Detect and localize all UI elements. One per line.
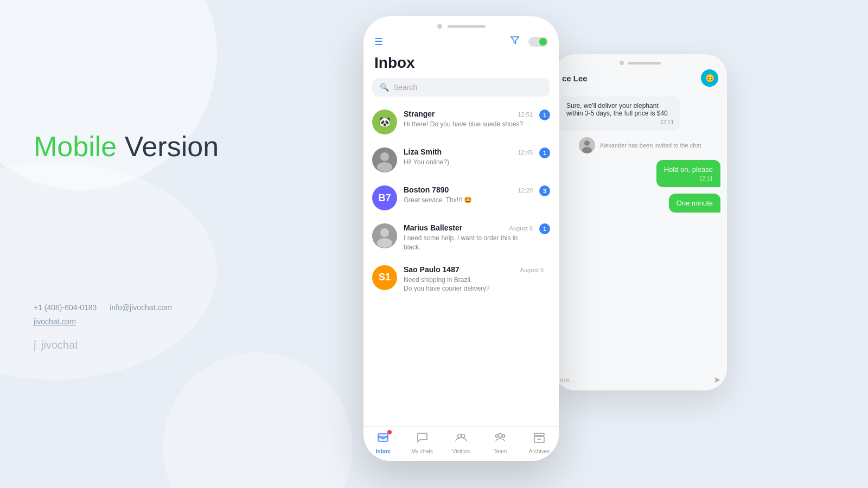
- nav-team-label: Team: [494, 448, 507, 454]
- phones-container: ce Lee 😊 Sure, we'll deliver your elepha…: [347, 16, 727, 472]
- svg-point-3: [584, 140, 590, 146]
- chat-content-boston: Boston 7890 12:20 Great service. Thx!!! …: [404, 185, 533, 205]
- svg-text:ĵ: ĵ: [34, 339, 37, 351]
- menu-icon[interactable]: ☰: [374, 36, 383, 48]
- phone-toolbar: ☰: [363, 33, 559, 52]
- svg-rect-18: [534, 433, 544, 435]
- chat-content-stranger: Stranger 12:51 Hi there! Do you have blu…: [404, 110, 533, 129]
- chat-time-marius: August 6: [509, 225, 533, 232]
- svg-point-17: [502, 435, 505, 438]
- chat-header-stranger: Stranger 12:51: [404, 110, 533, 118]
- inbox-icon: [376, 431, 390, 447]
- left-content: Mobile Version +1 (408)-604-0183 info@ji…: [34, 131, 219, 356]
- chat-input-placeholder[interactable]: ere...: [560, 376, 709, 384]
- nav-mychats-label: My chats: [411, 448, 433, 454]
- chat-messages: Sure, we'll deliver your elephant within…: [553, 91, 727, 369]
- chat-name-boston: Boston 7890: [404, 185, 449, 194]
- visitors-icon: [455, 431, 468, 447]
- nav-mychats[interactable]: My chats: [403, 431, 442, 454]
- message-text-2: Hold on, please: [664, 165, 713, 174]
- svg-point-16: [496, 435, 499, 438]
- search-bar[interactable]: 🔍 Search: [372, 78, 550, 97]
- back-notch: [553, 54, 727, 65]
- logo: ĵ jivochat: [34, 337, 219, 357]
- svg-point-15: [499, 434, 502, 438]
- nav-visitors-label: Visitors: [452, 448, 470, 454]
- avatar-boston: B7: [372, 185, 397, 210]
- avatar-stranger: 🐼: [372, 110, 397, 134]
- notch-camera: [437, 24, 442, 29]
- svg-point-7: [377, 162, 392, 172]
- message-time-2: 12:11: [664, 176, 713, 182]
- notch-bar: [628, 62, 661, 65]
- search-icon: 🔍: [380, 83, 389, 92]
- inbox-badge-dot: [387, 430, 392, 434]
- archives-icon: [533, 431, 546, 447]
- chat-msg-stranger: Hi there! Do you have blue suede shoes?: [404, 120, 533, 129]
- back-phone: ce Lee 😊 Sure, we'll deliver your elepha…: [553, 54, 727, 390]
- search-placeholder: Search: [393, 83, 417, 92]
- svg-point-4: [582, 147, 592, 153]
- chat-content-sao: Sao Paulo 1487 August 6 Need shipping in…: [404, 265, 544, 294]
- filter-icon[interactable]: [510, 35, 520, 48]
- online-toggle[interactable]: [528, 37, 548, 47]
- nav-visitors[interactable]: Visitors: [442, 431, 481, 454]
- nav-team[interactable]: Team: [481, 431, 520, 454]
- message-bubble-2: Hold on, please 12:11: [656, 160, 720, 187]
- chat-content-liza: Liza Smith 12:45 Hi! You online?): [404, 147, 533, 167]
- badge-boston: 3: [539, 185, 550, 196]
- chat-input-area: ere... ➤: [553, 369, 727, 390]
- chat-name-liza: Liza Smith: [404, 147, 442, 156]
- chat-msg-boston: Great service. Thx!!! 🤩: [404, 196, 533, 205]
- chat-item-stranger[interactable]: 🐼 Stranger 12:51 Hi there! Do you have b…: [363, 103, 559, 141]
- chat-avatar-icon: 😊: [701, 69, 718, 87]
- notch-dot: [620, 61, 624, 65]
- system-message: Alexander has been invited to the chat: [579, 137, 701, 153]
- chat-header-boston: Boston 7890 12:20: [404, 185, 533, 194]
- headline: Mobile Version: [34, 131, 219, 162]
- system-avatar-img: [579, 137, 595, 153]
- system-message-text: Alexander has been invited to the chat: [599, 142, 701, 149]
- chat-item-marius[interactable]: Marius Ballester August 6 I need some he…: [363, 217, 559, 259]
- message-text-1: Sure, we'll deliver your elephant within…: [566, 102, 668, 117]
- nav-inbox[interactable]: Inbox: [363, 431, 403, 454]
- front-phone: ☰ Inbox 🔍 Search: [363, 16, 559, 461]
- chat-item-boston[interactable]: B7 Boston 7890 12:20 Great service. Thx!…: [363, 179, 559, 217]
- contact-phone: +1 (408)-604-0183: [34, 304, 97, 312]
- badge-stranger: 1: [539, 110, 550, 120]
- svg-point-10: [377, 238, 392, 248]
- team-icon: [494, 431, 507, 447]
- nav-archives-label: Archives: [529, 448, 550, 454]
- message-bubble-3: One minute: [669, 194, 720, 213]
- send-button-icon[interactable]: ➤: [713, 375, 720, 385]
- toggle-thumb: [539, 38, 547, 46]
- chat-time-sao: August 6: [520, 267, 544, 273]
- bottom-nav: Inbox My chats: [363, 426, 559, 461]
- chat-item-liza[interactable]: Liza Smith 12:45 Hi! You online?) 1: [363, 141, 559, 179]
- chat-right-liza: 1: [539, 147, 550, 158]
- nav-inbox-label: Inbox: [376, 448, 391, 454]
- avatar-sao: S1: [372, 265, 397, 290]
- toolbar-right: [510, 35, 548, 48]
- chat-name-sao: Sao Paulo 1487: [404, 265, 459, 274]
- chat-item-sao[interactable]: S1 Sao Paulo 1487 August 6 Need shipping…: [363, 259, 559, 300]
- chat-time-stranger: 12:51: [518, 111, 533, 118]
- svg-text:jivochat: jivochat: [41, 339, 78, 351]
- nav-archives[interactable]: Archives: [520, 431, 559, 454]
- chat-header-marius: Marius Ballester August 6: [404, 223, 533, 232]
- contact-website[interactable]: jivochat.com: [34, 318, 219, 326]
- message-bubble-1: Sure, we'll deliver your elephant within…: [560, 97, 680, 131]
- chat-right-boston: 3: [539, 185, 550, 196]
- chat-right-marius: 1: [539, 223, 550, 234]
- toggle-track: [528, 37, 548, 47]
- chat-msg-sao: Need shipping in Brazil.Do you have cour…: [404, 275, 544, 294]
- chat-name-marius: Marius Ballester: [404, 223, 462, 232]
- badge-liza: 1: [539, 147, 550, 158]
- chat-time-boston: 12:20: [518, 187, 533, 194]
- contact-email: info@jivochat.com: [110, 304, 172, 312]
- svg-rect-11: [378, 434, 388, 441]
- contact-info: +1 (408)-604-0183 info@jivochat.com: [34, 304, 219, 312]
- avatar-marius: [372, 223, 397, 248]
- chat-contact-name: ce Lee: [562, 74, 588, 83]
- chat-content-marius: Marius Ballester August 6 I need some he…: [404, 223, 533, 252]
